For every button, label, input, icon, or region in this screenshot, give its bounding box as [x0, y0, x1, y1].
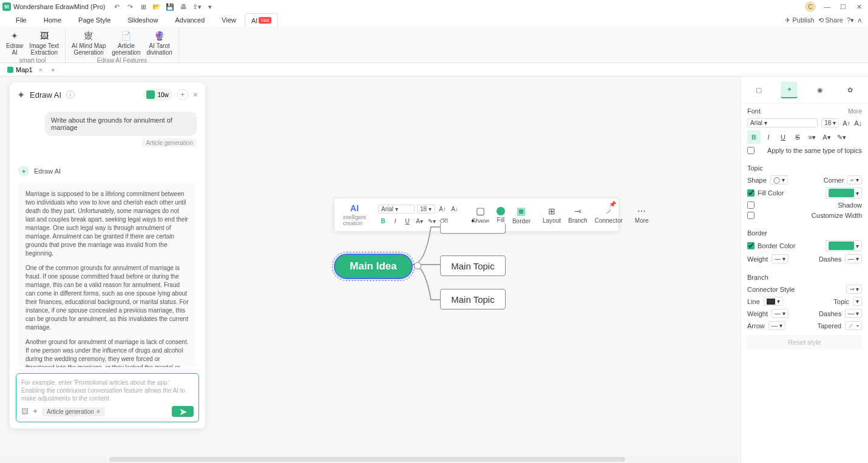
font-color-button[interactable]: A▾	[415, 216, 424, 226]
user-avatar[interactable]: C	[805, 1, 816, 12]
pin-icon[interactable]: 📌	[609, 201, 616, 208]
close-panel-icon[interactable]: ×	[193, 90, 198, 100]
save-icon[interactable]: 💾	[166, 2, 174, 11]
menu-file[interactable]: File	[7, 13, 35, 27]
border-dashes-select[interactable]: — ▾	[845, 254, 862, 263]
export-icon[interactable]: ⇪▾	[192, 2, 201, 11]
font-color-button[interactable]: A▾	[820, 130, 833, 144]
new-icon[interactable]: ⊞	[139, 2, 147, 11]
toolbar-layout-button[interactable]: ⊞Layout	[539, 198, 565, 231]
image-text-icon: 🖼	[39, 30, 50, 41]
horizontal-scrollbar[interactable]	[109, 457, 625, 462]
ai-input-box[interactable]: For example, enter 'Promotional articles…	[16, 373, 199, 422]
reset-style-button[interactable]: Reset style	[747, 335, 862, 350]
strike-button[interactable]: S	[791, 130, 804, 144]
menu-page-style[interactable]: Page Style	[70, 13, 119, 27]
expand-handle-icon[interactable]	[414, 262, 421, 269]
settings-input-icon[interactable]: ✦	[32, 407, 38, 416]
credits-badge[interactable]: 10w	[143, 89, 172, 101]
undo-icon[interactable]: ↶	[112, 2, 121, 11]
close-window-icon[interactable]: ✕	[852, 0, 866, 13]
panel-tab-style-icon[interactable]: ✦	[781, 81, 798, 98]
minimize-icon[interactable]: —	[821, 0, 834, 13]
line-color-select[interactable]: ▾	[764, 297, 783, 306]
menu-advanced[interactable]: Advanced	[166, 13, 213, 27]
font-family-select[interactable]: Arial ▾	[747, 118, 818, 127]
topic-node-3[interactable]: Main Topic	[440, 289, 506, 309]
ai-mindmap-button[interactable]: 🕸AI Mind Map Generation	[69, 29, 108, 57]
tab-add-button[interactable]: +	[47, 66, 58, 73]
tab-close-icon[interactable]: ×	[39, 66, 42, 73]
toolbar-branch-button[interactable]: ⤙Branch	[565, 198, 591, 231]
menu-slideshow[interactable]: Slideshow	[119, 13, 166, 27]
canvas[interactable]: AI intelligent creation Arial ▾ 18 ▾ A↑ …	[212, 76, 741, 456]
branch-dashes-select[interactable]: — ▾	[845, 309, 862, 318]
image-input-icon[interactable]: 🖼	[21, 407, 29, 416]
bold-button[interactable]: B	[378, 216, 388, 226]
fill-color-picker[interactable]: ▾	[826, 188, 862, 198]
qat-more-icon[interactable]: ▾	[206, 2, 214, 11]
connector-style-select[interactable]: ⤙ ▾	[846, 285, 862, 294]
border-weight-select[interactable]: — ▾	[771, 254, 788, 263]
fill-color-checkbox[interactable]	[747, 189, 754, 197]
toolbar-border-button[interactable]: ▣Border	[509, 198, 534, 231]
menu-ai[interactable]: AI Hot	[245, 13, 278, 27]
font-size-select[interactable]: 18 ▾	[417, 204, 435, 214]
menu-view[interactable]: View	[213, 13, 245, 27]
font-grow-icon[interactable]: A↑	[438, 204, 447, 214]
font-grow-icon[interactable]: A↑	[843, 120, 850, 127]
panel-tab-page-icon[interactable]: ▢	[750, 81, 767, 98]
highlight-button[interactable]: ✎▾	[427, 216, 436, 226]
topic-node-1[interactable]: •	[440, 223, 506, 234]
italic-button[interactable]: I	[762, 130, 775, 144]
font-family-select[interactable]: Arial ▾	[378, 204, 415, 214]
bold-button[interactable]: B	[747, 130, 761, 144]
redo-icon[interactable]: ↷	[126, 2, 134, 11]
info-icon[interactable]: i	[66, 90, 75, 99]
share-button[interactable]: ⟲ Share	[818, 16, 843, 24]
shape-select[interactable]: ◯ ▾	[770, 175, 788, 184]
mode-chip[interactable]: Article generation ×	[42, 407, 105, 416]
more-link[interactable]: More	[848, 108, 862, 115]
ribbon-group-smart-tool: ✦Edraw AI 🖼Image Text Extraction smart t…	[0, 27, 66, 63]
corner-select[interactable]: ⌐ ▾	[847, 175, 862, 184]
maximize-icon[interactable]: ☐	[836, 0, 850, 13]
topic-node-2[interactable]: Main Topic	[440, 255, 506, 276]
tab-map1[interactable]: Map1 ×	[2, 63, 47, 76]
arrow-select[interactable]: — ▾	[768, 321, 785, 330]
print-icon[interactable]: 🖶	[179, 2, 188, 11]
font-shrink-icon[interactable]: A↓	[450, 204, 459, 214]
align-button[interactable]: ≡▾	[805, 130, 819, 144]
open-icon[interactable]: 📂	[152, 2, 161, 11]
toolbar-more-button[interactable]: ⋯More	[631, 198, 653, 231]
edraw-ai-button[interactable]: ✦Edraw AI	[4, 29, 25, 57]
underline-button[interactable]: U	[776, 130, 790, 144]
publish-button[interactable]: ✈ Publish	[785, 16, 814, 24]
font-size-select[interactable]: 18 ▾	[821, 118, 839, 127]
add-credits-button[interactable]: +	[177, 89, 188, 100]
italic-button[interactable]: I	[390, 216, 400, 226]
topic-select[interactable]: ▾	[853, 297, 862, 306]
highlight-button[interactable]: ✎▾	[835, 130, 848, 144]
border-color-picker[interactable]: ▾	[826, 240, 862, 251]
ribbon: ✦Edraw AI 🖼Image Text Extraction smart t…	[0, 27, 868, 63]
font-shrink-icon[interactable]: A↓	[854, 120, 862, 127]
panel-tab-icons-icon[interactable]: ✿	[842, 81, 859, 98]
panel-tab-theme-icon[interactable]: ◉	[812, 81, 829, 98]
apply-same-checkbox[interactable]	[747, 147, 754, 154]
menu-home[interactable]: Home	[35, 13, 70, 27]
article-generation-button[interactable]: 📄Article generation	[109, 29, 143, 57]
help-button[interactable]: ?▾	[847, 16, 854, 24]
main-idea-node[interactable]: Main Idea	[334, 254, 413, 279]
shadow-checkbox[interactable]	[747, 201, 754, 209]
toolbar-ai-button[interactable]: AI intelligent creation	[339, 198, 370, 231]
send-button[interactable]: ➤	[172, 406, 194, 417]
tapered-select[interactable]: ⟋ ▾	[845, 321, 862, 330]
border-color-checkbox[interactable]	[747, 242, 754, 249]
ai-tarot-button[interactable]: 🔮AI Tarot divination	[144, 29, 175, 57]
branch-weight-select[interactable]: — ▾	[771, 309, 788, 318]
collapse-ribbon-icon[interactable]: ʌ	[858, 16, 862, 24]
image-text-extraction-button[interactable]: 🖼Image Text Extraction	[27, 29, 61, 57]
underline-button[interactable]: U	[402, 216, 412, 226]
custom-width-checkbox[interactable]	[747, 212, 754, 219]
